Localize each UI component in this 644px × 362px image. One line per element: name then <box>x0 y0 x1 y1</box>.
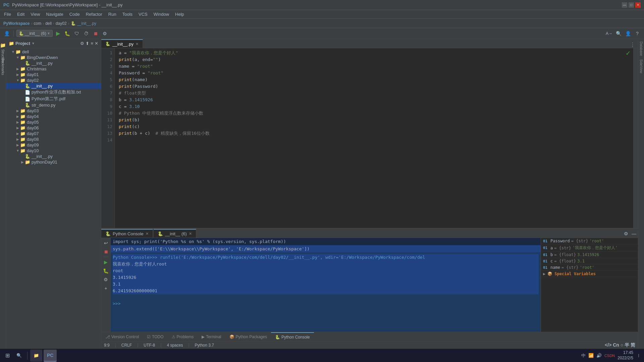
console-debug-btn[interactable]: 🐛 <box>102 267 110 275</box>
console-add-btn[interactable]: + <box>102 285 110 292</box>
debug-button[interactable]: 🐛 <box>63 29 71 38</box>
tab-problems[interactable]: ⚠ Problems <box>168 332 198 342</box>
menu-edit[interactable]: Edit <box>14 11 27 17</box>
search-taskbar-btn[interactable]: 🔍 <box>14 350 24 362</box>
menu-navigate[interactable]: Navigate <box>43 11 66 17</box>
pycharm-taskbar[interactable]: PC <box>44 350 57 362</box>
status-lang[interactable]: Python 3.7 <box>195 343 214 348</box>
tree-item-christmas[interactable]: ▶ 📁 Christmas <box>6 66 101 72</box>
console-reload-btn[interactable]: ↩ <box>102 239 110 247</box>
console-run-btn[interactable]: ▶ <box>102 258 110 266</box>
tree-item[interactable]: ▶ 📁 day01 <box>6 72 101 77</box>
console-tab-init[interactable]: 🐍 __init__ (6) ✕ <box>154 229 196 238</box>
menu-run[interactable]: Run <box>106 11 119 17</box>
file-explorer-taskbar[interactable]: 📁 <box>30 350 42 362</box>
console-stop-btn[interactable]: ⏹ <box>102 248 110 255</box>
toolbar-profile-btn[interactable]: 👤 <box>3 29 11 38</box>
breadcrumb-item[interactable]: dell <box>45 21 52 26</box>
menu-code[interactable]: Code <box>67 11 83 17</box>
maximize-button[interactable]: □ <box>629 2 634 8</box>
start-button[interactable]: ⊞ <box>3 350 12 362</box>
console-output[interactable]: Python Console>>> runfile('E:/Workspace/… <box>111 253 541 332</box>
tree-item[interactable]: 🐍 __init__.py <box>6 60 101 66</box>
console-settings2-btn[interactable]: ⚙ <box>102 276 110 283</box>
coverage-button[interactable]: 🛡 <box>73 29 81 38</box>
editor-tab-init[interactable]: 🐍 __init__.py ✕ <box>101 39 143 48</box>
run-config-dropdown[interactable]: 🐍 __init__ (6) ▼ <box>16 30 53 37</box>
breadcrumb-item[interactable]: com <box>34 21 42 26</box>
tree-item[interactable]: ▶ 📁 day09 <box>6 142 101 148</box>
status-encoding[interactable]: UTF-8 <box>144 343 155 348</box>
taskbar-time[interactable]: 17:45 2022/2/5 <box>618 350 633 361</box>
tree-item[interactable]: ▼ 📁 dell <box>6 49 101 55</box>
tree-item[interactable]: ▶ 📁 day03 <box>6 108 101 114</box>
tree-item[interactable]: ▼ 📁 day02 <box>6 77 101 83</box>
settings-btn[interactable]: ⚙ <box>101 29 109 38</box>
tab-python-packages[interactable]: 📦 Python Packages <box>225 332 271 342</box>
stop-button[interactable]: ⏹ <box>92 29 100 38</box>
database-icon[interactable]: Database <box>639 40 644 57</box>
tree-item[interactable]: ▶ 📁 day05 <box>6 119 101 125</box>
tab-terminal[interactable]: ▶ Terminal <box>198 332 225 342</box>
special-variables-label[interactable]: Special Variables <box>554 272 596 276</box>
tree-item-init-selected[interactable]: 🐍 __init__.py <box>6 83 101 89</box>
tree-item[interactable]: ▶ 📁 pythonDay01 <box>6 159 101 165</box>
sideview-icon[interactable]: SideView <box>639 58 644 75</box>
breadcrumb-item[interactable]: PyWorkspace <box>3 21 30 26</box>
activity-bookmarks[interactable]: Bookmarks <box>1 62 5 72</box>
tree-item[interactable]: ▼ 📁 day10 <box>6 148 101 154</box>
console-minimize-btn[interactable]: — <box>630 230 638 238</box>
show-desktop-btn[interactable]: | <box>636 350 641 362</box>
status-line-ending[interactable]: CRLF <box>121 343 132 348</box>
minimize-button[interactable]: — <box>622 2 627 8</box>
volume-icon[interactable]: 🔊 <box>596 353 602 358</box>
project-settings-btn[interactable]: ≡ <box>91 41 93 46</box>
tab-close-btn[interactable]: ✕ <box>136 42 139 46</box>
search-btn[interactable]: 🔍 <box>614 29 623 38</box>
console-init-close[interactable]: ✕ <box>189 232 192 236</box>
wifi-icon[interactable]: 📶 <box>588 353 594 358</box>
menu-help[interactable]: Help <box>172 11 187 17</box>
breadcrumb-item-active[interactable]: 🐍 __init__.py <box>71 21 96 26</box>
tree-item[interactable]: 🐍 __init__.py <box>6 154 101 159</box>
menu-refactor[interactable]: Refactor <box>83 11 105 17</box>
tab-menu-btn[interactable]: ⋮ <box>627 42 638 48</box>
code-content[interactable]: a = "我喜欢你，您是个好人" print(a, end="") name =… <box>115 48 633 228</box>
tree-item[interactable]: ▶ 📁 day04 <box>6 114 101 119</box>
special-variables-row[interactable]: ▶ 📦 Special Variables <box>541 271 638 277</box>
close-button[interactable]: ✕ <box>635 2 641 8</box>
tree-item[interactable]: ▶ 📁 day08 <box>6 136 101 142</box>
tab-todo[interactable]: ☑ TODO <box>143 332 167 342</box>
menu-window[interactable]: Window <box>151 11 172 17</box>
status-indent[interactable]: 4 spaces <box>167 343 183 348</box>
titlebar-controls[interactable]: — □ ✕ <box>622 2 641 8</box>
user-btn[interactable]: 👤 <box>624 29 632 38</box>
project-collapse-btn[interactable]: ⬆ <box>86 41 89 46</box>
activity-project[interactable]: 📁 <box>1 40 5 50</box>
tab-python-console[interactable]: 🐍 Python Console <box>271 332 314 342</box>
tree-item[interactable]: 🐍 str_demo.py <box>6 102 101 108</box>
profile-button[interactable]: ⏱ <box>82 29 90 38</box>
editor-scrollbar[interactable] <box>633 48 638 228</box>
project-hide-btn[interactable]: ✕ <box>95 41 98 46</box>
tree-item[interactable]: 📄 python作业浮点数相加.txt <box>6 89 101 96</box>
help-btn[interactable]: ? <box>633 29 641 38</box>
console-tab-python[interactable]: 🐍 Python Console ✕ <box>101 229 153 238</box>
menu-view[interactable]: View <box>28 11 43 17</box>
tree-item[interactable]: ▶ 📁 day07 <box>6 131 101 136</box>
console-settings-btn[interactable]: ⚙ <box>622 230 630 238</box>
tree-item[interactable]: ▶ 📁 day06 <box>6 125 101 131</box>
run-button[interactable]: ▶ <box>54 29 62 38</box>
console-tab-close[interactable]: ✕ <box>146 232 149 236</box>
tree-item[interactable]: ▼ 📁 BingDwenDwen <box>6 55 101 60</box>
project-panel: 📁 Project ▼ ⚙ ⬆ ≡ ✕ ▼ 📁 dell <box>6 39 101 349</box>
project-sync-btn[interactable]: ⚙ <box>80 41 84 46</box>
menu-vcs[interactable]: VCS <box>136 11 150 17</box>
input-method-icon[interactable]: 中 <box>581 353 586 359</box>
breadcrumb-item[interactable]: day02 <box>56 21 67 26</box>
tab-version-control[interactable]: ⎇ Version Control <box>101 332 143 342</box>
menu-tools[interactable]: Tools <box>120 11 135 17</box>
menu-file[interactable]: File <box>1 11 14 17</box>
translate-btn[interactable]: A→ <box>605 29 613 38</box>
tree-item[interactable]: 📄 Python第二节.pdf <box>6 96 101 102</box>
